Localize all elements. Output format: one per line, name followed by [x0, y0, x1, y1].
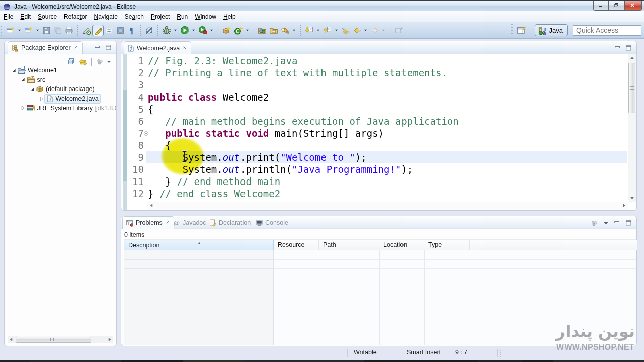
expander-closed-icon[interactable]	[21, 106, 25, 110]
external-tools-dropdown[interactable]	[208, 25, 215, 36]
save-button[interactable]	[41, 25, 52, 36]
menu-navigate[interactable]: Navigate	[90, 12, 121, 21]
highlighter-button[interactable]	[92, 25, 104, 36]
new-java-class-dropdown[interactable]	[244, 25, 251, 36]
new-wizard-button[interactable]	[5, 25, 16, 36]
menu-run[interactable]: Run	[173, 12, 191, 21]
scroll-down-arrow[interactable]	[628, 194, 636, 202]
hover-help-button[interactable]	[143, 25, 155, 36]
print-button[interactable]	[63, 25, 75, 36]
show-source-button[interactable]	[115, 25, 126, 36]
menu-help[interactable]: Help	[220, 12, 239, 21]
minimize-view-icon[interactable]	[94, 44, 101, 51]
editor-vscrollbar[interactable]	[628, 54, 636, 202]
close-view-icon[interactable]	[74, 45, 79, 50]
maximize-editor-icon[interactable]	[625, 45, 632, 52]
expander-open-icon[interactable]	[21, 77, 26, 82]
search-button[interactable]	[279, 25, 291, 36]
pin-editor-button[interactable]	[393, 25, 405, 36]
focus-tasks-icon[interactable]	[590, 219, 598, 227]
run-button[interactable]	[179, 25, 191, 36]
java-file-icon: J	[46, 95, 54, 103]
block-selection-button[interactable]	[104, 25, 115, 36]
menu-source[interactable]: Source	[34, 12, 60, 21]
minimize-view-icon[interactable]	[614, 220, 621, 227]
menu-file[interactable]: File	[0, 12, 17, 21]
previous-annotation-dropdown[interactable]	[333, 25, 340, 36]
quick-access-input[interactable]	[573, 25, 641, 36]
run-dropdown[interactable]	[190, 25, 197, 36]
last-edit-location-button[interactable]	[340, 25, 351, 36]
new-wizard-dropdown[interactable]	[16, 25, 23, 36]
save-all-button[interactable]	[52, 25, 64, 36]
tab-problems[interactable]: Problems	[122, 216, 174, 229]
new-java-project-button[interactable]	[23, 25, 34, 36]
minimize-editor-icon[interactable]	[614, 45, 621, 52]
editor-hscrollbar[interactable]	[148, 202, 628, 210]
tree-item[interactable]: JRE System Library [jdk1.8.0	[5, 103, 116, 113]
editor-area: J Welcome2.java 1// Fig. 2.3: Welcome2.j…	[121, 41, 637, 211]
back-dropdown[interactable]	[362, 25, 369, 36]
menu-edit[interactable]: Edit	[17, 12, 34, 21]
column-header-description[interactable]: Description ▲	[124, 240, 274, 251]
open-resource-button[interactable]	[268, 25, 280, 36]
maximize-view-icon[interactable]	[105, 44, 112, 51]
column-header-blank[interactable]	[470, 240, 637, 251]
close-tab-icon[interactable]	[183, 46, 188, 51]
minimize-button[interactable]	[593, 1, 609, 11]
menu-window[interactable]: Window	[191, 12, 220, 21]
search-dropdown[interactable]	[291, 25, 298, 36]
new-java-package-button[interactable]	[221, 25, 233, 36]
tab-package-explorer[interactable]: Package Explorer	[8, 41, 83, 54]
tree-item[interactable]: (default package)	[5, 84, 116, 94]
forward-button[interactable]	[369, 25, 381, 36]
new-java-class-button[interactable]: C	[232, 25, 244, 36]
view-menu-icon[interactable]	[603, 220, 609, 227]
column-header-type[interactable]: Type	[424, 240, 470, 251]
scrollbar-track[interactable]	[148, 202, 628, 210]
expander-open-icon[interactable]	[30, 87, 35, 92]
tab-welcome2-java[interactable]: J Welcome2.java	[124, 41, 191, 54]
menu-search[interactable]: Search	[121, 12, 147, 21]
previous-annotation-button[interactable]	[321, 25, 333, 36]
maximize-view-icon[interactable]	[625, 220, 632, 227]
open-type-button[interactable]	[257, 25, 268, 36]
editor-body[interactable]: 1// Fig. 2.3: Welcome2.java 2// Printing…	[122, 54, 636, 210]
scroll-right-arrow[interactable]	[106, 336, 113, 343]
next-annotation-dropdown[interactable]	[315, 25, 322, 36]
svg-text:C: C	[236, 28, 239, 35]
tree-item[interactable]: src	[5, 75, 116, 85]
new-java-project-dropdown[interactable]	[34, 25, 41, 36]
java-perspective-button[interactable]: JJava	[535, 24, 568, 36]
java-annotation-pen-button[interactable]	[81, 25, 93, 36]
show-whitespace-button[interactable]: ¶	[126, 25, 138, 36]
menu-project[interactable]: Project	[147, 12, 173, 21]
tree-item[interactable]: J Welcome1	[5, 66, 116, 75]
open-perspective-button[interactable]	[516, 25, 527, 36]
maximize-button[interactable]	[609, 1, 624, 11]
column-header-resource[interactable]: Resource	[274, 240, 319, 251]
close-button[interactable]	[624, 1, 642, 11]
column-header-location[interactable]: Location	[379, 240, 424, 251]
debug-dropdown[interactable]	[172, 25, 179, 36]
scroll-right-arrow[interactable]	[620, 202, 628, 209]
column-header-path[interactable]: Path	[319, 240, 379, 251]
scroll-left-arrow[interactable]	[8, 336, 15, 343]
tree-item[interactable]: J Welcome2.java	[5, 94, 116, 104]
expander-closed-icon[interactable]	[39, 97, 44, 101]
tab-declaration[interactable]: Declaration	[206, 216, 254, 229]
perspective-bar: JJava	[511, 22, 644, 38]
tab-javadoc[interactable]: @ Javadoc	[170, 216, 209, 229]
debug-button[interactable]	[161, 25, 173, 36]
menu-refactor[interactable]: Refactor	[60, 12, 90, 21]
forward-dropdown[interactable]	[380, 25, 387, 36]
scroll-left-arrow[interactable]	[148, 202, 155, 209]
package-explorer-hscrollbar[interactable]	[8, 336, 113, 343]
external-tools-button[interactable]	[197, 25, 209, 36]
back-button[interactable]	[351, 25, 363, 36]
next-annotation-button[interactable]	[303, 25, 315, 36]
expander-open-icon[interactable]	[11, 68, 16, 73]
scroll-up-arrow[interactable]	[628, 54, 636, 62]
problems-table-body[interactable]	[124, 250, 636, 345]
tab-console[interactable]: Console	[252, 216, 291, 229]
